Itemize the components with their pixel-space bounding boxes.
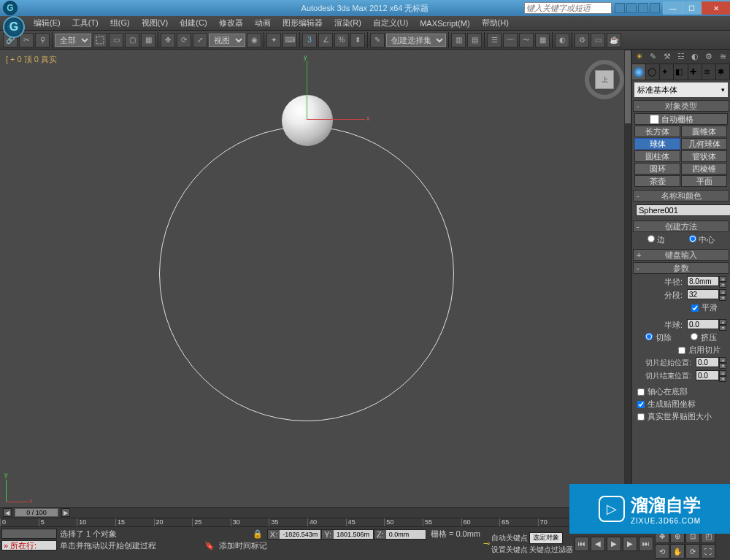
tab-spacewarps[interactable]: ≋	[702, 64, 716, 80]
tab-helpers[interactable]: ✚	[688, 64, 702, 80]
tool-icon[interactable]: ≋	[718, 52, 728, 62]
menu-view[interactable]: 视图(V)	[136, 18, 174, 28]
help-search[interactable]	[524, 2, 612, 14]
circle-shape[interactable]	[159, 126, 454, 421]
nav-icon[interactable]: ⟲	[655, 544, 669, 559]
prev-frame[interactable]: ◀	[3, 508, 12, 517]
slice-check[interactable]	[678, 347, 685, 354]
percent-snap-icon[interactable]: %	[334, 33, 349, 47]
rotate-icon[interactable]: ⟳	[177, 33, 191, 47]
rendered-frame-icon[interactable]: ▭	[591, 33, 605, 47]
menu-edit[interactable]: 编辑(E)	[28, 18, 66, 28]
tool-icon[interactable]: ⚙	[704, 52, 714, 62]
btn-pyramid[interactable]: 四棱锥	[681, 163, 727, 174]
btn-geosphere[interactable]: 几何球体	[681, 138, 727, 150]
manip-icon[interactable]: ✦	[266, 33, 281, 47]
menu-create[interactable]: 创建(C)	[174, 18, 212, 28]
close-button[interactable]: ✕	[701, 1, 730, 15]
named-selset-dropdown[interactable]: 创建选择集	[386, 34, 446, 47]
bind-icon[interactable]: ⚲	[35, 33, 50, 47]
add-marker[interactable]: 添加时间标记	[219, 540, 267, 551]
btn-cone[interactable]: 圆锥体	[681, 126, 727, 137]
tool-icon[interactable]: ✎	[648, 52, 658, 62]
rollout-header[interactable]: -创建方法	[633, 220, 729, 232]
app-logo[interactable]: G	[3, 1, 18, 15]
tag-icon[interactable]: 🔖	[204, 541, 215, 551]
tab-systems[interactable]: ✱	[716, 64, 730, 80]
real-world-check[interactable]	[637, 413, 645, 421]
btn-sphere[interactable]: 球体	[634, 138, 680, 150]
nav-icon[interactable]: ⟳	[685, 544, 700, 559]
window-cross-icon[interactable]: ▦	[141, 33, 155, 47]
key-selset-dropdown[interactable]: 选定对象	[529, 532, 563, 544]
editset-icon[interactable]: ✎	[370, 33, 385, 47]
spin-up[interactable]: ▴	[719, 276, 726, 282]
viewport-scrollbar[interactable]	[624, 50, 631, 507]
coord-z[interactable]: 0.0mm	[386, 531, 426, 538]
tab-shapes[interactable]: ◯	[646, 64, 660, 80]
menu-maxscript[interactable]: MAXScript(M)	[414, 19, 475, 28]
lock-icon[interactable]: 🔒	[253, 529, 263, 539]
gen-uv-check[interactable]	[637, 401, 645, 408]
menu-group[interactable]: 组(G)	[104, 18, 136, 28]
mirror-icon[interactable]: ▥	[451, 33, 466, 47]
viewcube-face[interactable]: 上	[595, 70, 614, 89]
select-name-icon[interactable]: ▭	[109, 33, 123, 47]
keyfilter-button[interactable]: 关键点过滤器	[529, 545, 573, 555]
autokey-button[interactable]: 自动关键点	[491, 533, 528, 543]
keymode-icon[interactable]: ⌨	[283, 33, 297, 47]
menu-tools[interactable]: 工具(T)	[66, 18, 104, 28]
smooth-check[interactable]	[691, 304, 699, 312]
radio-center[interactable]: 中心	[689, 234, 715, 245]
tool-icon[interactable]: ⚒	[662, 52, 672, 62]
mini-listener-top[interactable]	[1, 529, 57, 539]
menu-help[interactable]: 帮助(H)	[476, 18, 515, 28]
radio-squash[interactable]: 挤压	[691, 332, 716, 343]
base-pivot-check[interactable]	[637, 388, 645, 396]
help-search-input[interactable]	[524, 2, 612, 14]
viewport[interactable]: [ + 0 顶 0 真实 上 x y xy	[0, 50, 631, 507]
radius-input[interactable]	[687, 276, 719, 286]
toolbar-icon[interactable]	[615, 3, 625, 13]
radio-edge[interactable]: 边	[648, 234, 665, 245]
menu-render[interactable]: 渲染(R)	[328, 18, 367, 28]
tool-icon[interactable]: ◐	[690, 52, 700, 62]
goto-start-icon[interactable]: ⏮	[575, 537, 589, 551]
coord-x[interactable]: -1826.543m	[280, 531, 320, 538]
nav-icon[interactable]: ✋	[670, 544, 685, 559]
material-editor-icon[interactable]: ◐	[555, 33, 569, 47]
next-key-icon[interactable]: ▶	[623, 537, 637, 551]
nav-icon[interactable]: ⛶	[701, 544, 715, 559]
tab-create[interactable]	[632, 64, 646, 80]
layers-icon[interactable]: ☰	[487, 33, 502, 47]
rollout-header[interactable]: +键盘输入	[633, 249, 729, 261]
gcurve-icon[interactable]: 〰	[503, 33, 518, 47]
select-object-icon[interactable]	[93, 33, 107, 47]
coord-y[interactable]: 1801.506m	[334, 531, 373, 538]
spinner-snap-icon[interactable]: ⬍	[350, 33, 365, 47]
toolbar-icon[interactable]	[626, 3, 637, 13]
menu-customize[interactable]: 自定义(U)	[367, 18, 414, 28]
autogrid-check[interactable]: 自动栅格	[634, 113, 728, 125]
category-dropdown[interactable]: 标准基本体	[634, 83, 728, 97]
align-icon[interactable]: ▤	[467, 33, 482, 47]
rollout-header[interactable]: -参数	[633, 262, 729, 274]
slice-from-input[interactable]	[696, 357, 719, 367]
mini-listener[interactable]: » 所在行:	[1, 540, 57, 551]
segments-input[interactable]	[687, 289, 719, 299]
hemi-input[interactable]	[687, 319, 719, 329]
angle-snap-icon[interactable]: ∠	[318, 33, 333, 47]
sphere-object[interactable]	[282, 95, 333, 146]
tab-lights[interactable]: ✦	[660, 64, 674, 80]
snap-toggle-icon[interactable]: 3	[302, 33, 317, 47]
viewcube[interactable]: 上	[585, 60, 624, 99]
key-icon[interactable]: ⊸	[483, 539, 490, 548]
rollout-header[interactable]: -名称和颜色	[633, 190, 729, 202]
minimize-button[interactable]: —	[663, 1, 682, 15]
menu-anim[interactable]: 动画	[249, 18, 277, 28]
ref-coord-dropdown[interactable]: 视图	[209, 34, 245, 47]
spin-down[interactable]: ▾	[719, 282, 726, 288]
toolbar-icon[interactable]	[638, 3, 648, 13]
select-rect-icon[interactable]: ▢	[125, 33, 139, 47]
tab-cameras[interactable]: ◧	[674, 64, 688, 80]
